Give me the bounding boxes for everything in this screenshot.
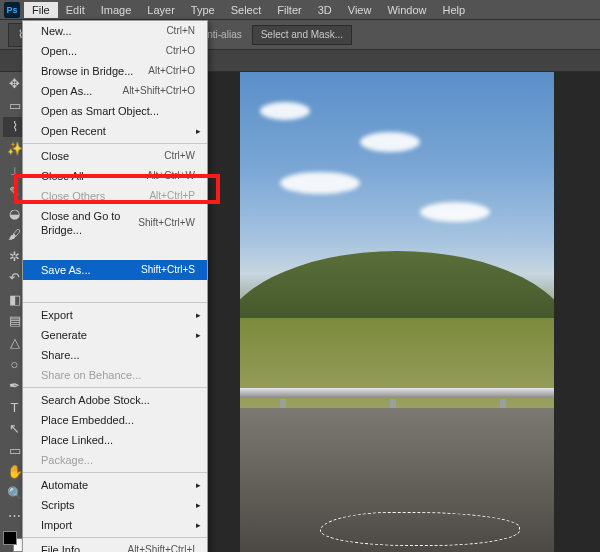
menu-item-label: Save As... (41, 263, 91, 277)
file-menu-browse-in-bridge[interactable]: Browse in Bridge...Alt+Ctrl+O (23, 61, 207, 81)
menu-item-label: New... (41, 24, 72, 38)
menu-item-shortcut: Alt+Ctrl+O (148, 64, 195, 78)
menu-item-label: Close Others (41, 189, 105, 203)
file-menu-item[interactable] (23, 280, 207, 300)
menu-select[interactable]: Select (223, 2, 270, 18)
select-and-mask-button[interactable]: Select and Mask... (252, 25, 352, 45)
file-menu-save-as[interactable]: Save As...Shift+Ctrl+S (23, 260, 207, 280)
menu-filter[interactable]: Filter (269, 2, 309, 18)
menu-separator (23, 302, 207, 303)
menu-item-shortcut: Ctrl+O (166, 44, 195, 58)
menu-item-label: Generate (41, 328, 87, 342)
menu-item-label: Search Adobe Stock... (41, 393, 150, 407)
menu-separator (23, 472, 207, 473)
file-menu-close-all[interactable]: Close AllAlt+Ctrl+W (23, 166, 207, 186)
menu-item-label: Browse in Bridge... (41, 64, 133, 78)
document-canvas[interactable] (240, 72, 554, 552)
menu-item-shortcut: Alt+Shift+Ctrl+I (127, 543, 195, 552)
file-menu-dropdown: New...Ctrl+NOpen...Ctrl+OBrowse in Bridg… (22, 20, 208, 552)
menu-item-label: Place Linked... (41, 433, 113, 447)
menu-item-label: Close All (41, 169, 84, 183)
file-menu-export[interactable]: Export (23, 305, 207, 325)
file-menu-close[interactable]: CloseCtrl+W (23, 146, 207, 166)
file-menu-open-as-smart-object[interactable]: Open as Smart Object... (23, 101, 207, 121)
menu-file[interactable]: File (24, 2, 58, 18)
file-menu-new[interactable]: New...Ctrl+N (23, 21, 207, 41)
file-menu-share[interactable]: Share... (23, 345, 207, 365)
menu-item-label (41, 243, 44, 257)
file-menu-open-recent[interactable]: Open Recent (23, 121, 207, 141)
menu-separator (23, 143, 207, 144)
menu-item-label: Scripts (41, 498, 75, 512)
menu-item-label: Close and Go to Bridge... (41, 209, 138, 237)
menu-item-shortcut: Alt+Shift+Ctrl+O (122, 84, 195, 98)
menu-item-label: Place Embedded... (41, 413, 134, 427)
file-menu-open-as[interactable]: Open As...Alt+Shift+Ctrl+O (23, 81, 207, 101)
file-menu-package: Package... (23, 450, 207, 470)
menu-edit[interactable]: Edit (58, 2, 93, 18)
file-menu-search-adobe-stock[interactable]: Search Adobe Stock... (23, 390, 207, 410)
menu-item-label: Import (41, 518, 72, 532)
file-menu-close-and-go-to-bridge[interactable]: Close and Go to Bridge...Shift+Ctrl+W (23, 206, 207, 240)
file-menu-import[interactable]: Import (23, 515, 207, 535)
menu-image[interactable]: Image (93, 2, 140, 18)
menu-separator (23, 387, 207, 388)
file-menu-scripts[interactable]: Scripts (23, 495, 207, 515)
menu-item-label: Package... (41, 453, 93, 467)
menu-item-shortcut: Shift+Ctrl+W (138, 216, 195, 230)
menu-item-label: Open Recent (41, 124, 106, 138)
file-menu-place-linked[interactable]: Place Linked... (23, 430, 207, 450)
menu-item-label: Close (41, 149, 69, 163)
menu-window[interactable]: Window (379, 2, 434, 18)
selection-marquee (320, 512, 520, 546)
menu-item-label: Automate (41, 478, 88, 492)
menu-view[interactable]: View (340, 2, 380, 18)
file-menu-place-embedded[interactable]: Place Embedded... (23, 410, 207, 430)
menu-item-shortcut: Alt+Ctrl+P (149, 189, 195, 203)
file-menu-automate[interactable]: Automate (23, 475, 207, 495)
menu-item-label: Share... (41, 348, 80, 362)
menu-3d[interactable]: 3D (310, 2, 340, 18)
menu-layer[interactable]: Layer (139, 2, 183, 18)
app-logo: Ps (4, 2, 20, 18)
menu-item-label: File Info... (41, 543, 89, 552)
menu-item-label (41, 283, 44, 297)
file-menu-open[interactable]: Open...Ctrl+O (23, 41, 207, 61)
menu-separator (23, 537, 207, 538)
file-menu-file-info[interactable]: File Info...Alt+Shift+Ctrl+I (23, 540, 207, 552)
menu-bar: Ps FileEditImageLayerTypeSelectFilter3DV… (0, 0, 600, 20)
menu-type[interactable]: Type (183, 2, 223, 18)
menu-item-shortcut: Ctrl+W (164, 149, 195, 163)
menu-item-label: Open as Smart Object... (41, 104, 159, 118)
menu-item-shortcut: Ctrl+N (166, 24, 195, 38)
menu-item-shortcut: Alt+Ctrl+W (147, 169, 195, 183)
menu-item-label: Export (41, 308, 73, 322)
menu-item-label: Open... (41, 44, 77, 58)
menu-item-label: Share on Behance... (41, 368, 141, 382)
file-menu-item[interactable] (23, 240, 207, 260)
menu-help[interactable]: Help (435, 2, 474, 18)
file-menu-share-on-behance: Share on Behance... (23, 365, 207, 385)
menu-item-shortcut: Shift+Ctrl+S (141, 263, 195, 277)
file-menu-generate[interactable]: Generate (23, 325, 207, 345)
menu-item-label: Open As... (41, 84, 92, 98)
file-menu-close-others: Close OthersAlt+Ctrl+P (23, 186, 207, 206)
